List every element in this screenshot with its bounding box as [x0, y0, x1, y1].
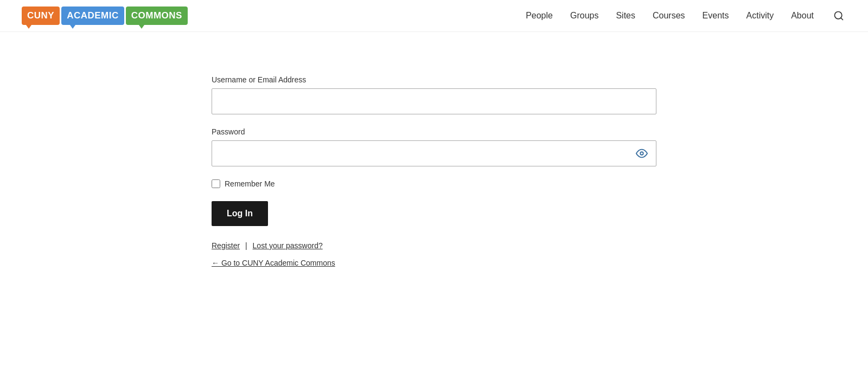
username-input[interactable] — [212, 88, 656, 114]
remember-me-checkbox[interactable] — [212, 179, 220, 188]
toggle-password-button[interactable] — [634, 145, 650, 162]
nav-about[interactable]: About — [791, 11, 814, 21]
search-button[interactable] — [831, 8, 846, 23]
remember-me-label[interactable]: Remember Me — [225, 179, 275, 188]
back-to-site-link[interactable]: ← Go to CUNY Academic Commons — [212, 259, 335, 267]
register-link[interactable]: Register — [212, 241, 240, 250]
back-link-container: ← Go to CUNY Academic Commons — [212, 259, 656, 267]
password-input[interactable] — [212, 140, 656, 166]
form-links: Register | Lost your password? — [212, 241, 656, 250]
password-label: Password — [212, 127, 656, 136]
nav-sites[interactable]: Sites — [616, 11, 635, 21]
site-header: CUNY ACADEMIC COMMONS People Groups Site… — [0, 0, 868, 32]
username-label: Username or Email Address — [212, 75, 656, 84]
site-logo[interactable]: CUNY ACADEMIC COMMONS — [22, 7, 188, 25]
eye-icon — [636, 147, 648, 159]
nav-people[interactable]: People — [526, 11, 553, 21]
login-button[interactable]: Log In — [212, 201, 268, 226]
login-form: Username or Email Address Password — [212, 75, 656, 267]
remember-me-row: Remember Me — [212, 179, 656, 188]
nav-courses[interactable]: Courses — [653, 11, 685, 21]
svg-line-1 — [841, 18, 843, 20]
password-group: Password — [212, 127, 656, 166]
link-separator: | — [245, 241, 247, 250]
nav-groups[interactable]: Groups — [570, 11, 598, 21]
main-content: Username or Email Address Password — [0, 32, 868, 267]
password-wrapper — [212, 140, 656, 166]
svg-point-2 — [640, 152, 643, 155]
logo-commons: COMMONS — [126, 7, 188, 25]
nav-events[interactable]: Events — [703, 11, 729, 21]
logo-cuny: CUNY — [22, 7, 60, 25]
main-nav: People Groups Sites Courses Events Activ… — [526, 8, 846, 23]
nav-activity[interactable]: Activity — [746, 11, 774, 21]
login-form-container: Username or Email Address Password — [201, 75, 667, 267]
logo-academic: ACADEMIC — [61, 7, 124, 25]
username-group: Username or Email Address — [212, 75, 656, 114]
search-icon — [833, 10, 844, 21]
lost-password-link[interactable]: Lost your password? — [253, 241, 323, 250]
